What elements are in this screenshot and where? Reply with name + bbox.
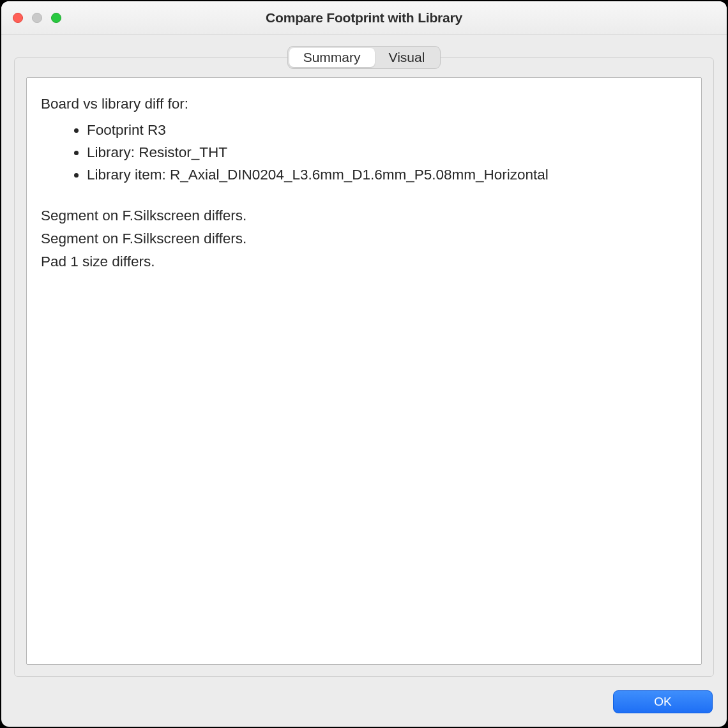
list-item: Library: Resistor_THT: [87, 142, 687, 164]
dialog-window: Compare Footprint with Library Summary V…: [1, 1, 727, 727]
window-title: Compare Footprint with Library: [1, 10, 727, 26]
tab-summary[interactable]: Summary: [289, 48, 375, 67]
diff-context-list: Footprint R3 Library: Resistor_THT Libra…: [41, 119, 687, 186]
minimize-icon: [32, 13, 42, 23]
diff-line: Pad 1 size differs.: [41, 250, 687, 273]
zoom-icon[interactable]: [51, 13, 61, 23]
diff-line: Segment on F.Silkscreen differs.: [41, 227, 687, 250]
dialog-body: Summary Visual Board vs library diff for…: [1, 34, 727, 677]
tab-visual[interactable]: Visual: [375, 48, 439, 67]
list-item: Library item: R_Axial_DIN0204_L3.6mm_D1.…: [87, 164, 687, 186]
summary-text-area[interactable]: Board vs library diff for: Footprint R3 …: [26, 77, 702, 665]
diff-lines: Segment on F.Silkscreen differs. Segment…: [41, 204, 687, 273]
dialog-footer: OK: [1, 677, 727, 727]
content-frame: Board vs library diff for: Footprint R3 …: [14, 57, 714, 677]
diff-heading: Board vs library diff for:: [41, 93, 687, 116]
window-controls: [13, 13, 61, 23]
close-icon[interactable]: [13, 13, 23, 23]
diff-line: Segment on F.Silkscreen differs.: [41, 204, 687, 227]
ok-button[interactable]: OK: [613, 690, 713, 713]
list-item: Footprint R3: [87, 119, 687, 142]
tab-bar: Summary Visual: [287, 46, 441, 69]
titlebar: Compare Footprint with Library: [1, 1, 727, 34]
